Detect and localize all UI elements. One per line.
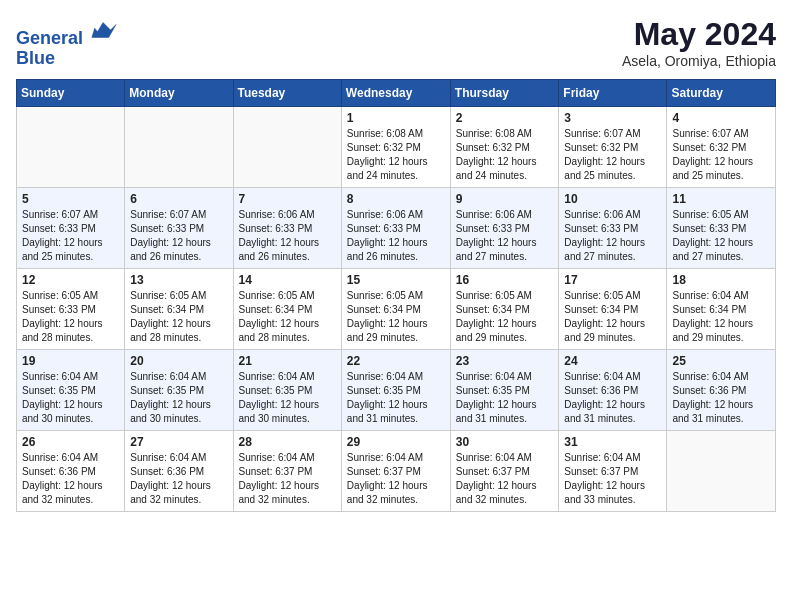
calendar-cell: 30Sunrise: 6:04 AM Sunset: 6:37 PM Dayli… <box>450 431 559 512</box>
day-number: 4 <box>672 111 770 125</box>
day-number: 31 <box>564 435 661 449</box>
calendar-cell: 21Sunrise: 6:04 AM Sunset: 6:35 PM Dayli… <box>233 350 341 431</box>
weekday-header-thursday: Thursday <box>450 80 559 107</box>
calendar-cell: 14Sunrise: 6:05 AM Sunset: 6:34 PM Dayli… <box>233 269 341 350</box>
weekday-header-friday: Friday <box>559 80 667 107</box>
day-info: Sunrise: 6:08 AM Sunset: 6:32 PM Dayligh… <box>456 127 554 183</box>
logo-general: General <box>16 28 83 48</box>
calendar-cell: 3Sunrise: 6:07 AM Sunset: 6:32 PM Daylig… <box>559 107 667 188</box>
calendar-cell: 18Sunrise: 6:04 AM Sunset: 6:34 PM Dayli… <box>667 269 776 350</box>
calendar-cell: 15Sunrise: 6:05 AM Sunset: 6:34 PM Dayli… <box>341 269 450 350</box>
calendar-cell: 25Sunrise: 6:04 AM Sunset: 6:36 PM Dayli… <box>667 350 776 431</box>
day-number: 14 <box>239 273 336 287</box>
calendar-cell <box>233 107 341 188</box>
calendar-cell: 29Sunrise: 6:04 AM Sunset: 6:37 PM Dayli… <box>341 431 450 512</box>
day-number: 23 <box>456 354 554 368</box>
calendar-table: SundayMondayTuesdayWednesdayThursdayFrid… <box>16 79 776 512</box>
calendar-cell: 13Sunrise: 6:05 AM Sunset: 6:34 PM Dayli… <box>125 269 233 350</box>
weekday-header-wednesday: Wednesday <box>341 80 450 107</box>
day-number: 11 <box>672 192 770 206</box>
svg-marker-0 <box>92 23 116 38</box>
day-info: Sunrise: 6:05 AM Sunset: 6:33 PM Dayligh… <box>672 208 770 264</box>
calendar-cell: 2Sunrise: 6:08 AM Sunset: 6:32 PM Daylig… <box>450 107 559 188</box>
day-number: 13 <box>130 273 227 287</box>
calendar-cell: 24Sunrise: 6:04 AM Sunset: 6:36 PM Dayli… <box>559 350 667 431</box>
calendar-cell: 4Sunrise: 6:07 AM Sunset: 6:32 PM Daylig… <box>667 107 776 188</box>
calendar-week-row: 5Sunrise: 6:07 AM Sunset: 6:33 PM Daylig… <box>17 188 776 269</box>
day-info: Sunrise: 6:04 AM Sunset: 6:37 PM Dayligh… <box>347 451 445 507</box>
day-info: Sunrise: 6:04 AM Sunset: 6:37 PM Dayligh… <box>239 451 336 507</box>
day-number: 21 <box>239 354 336 368</box>
day-number: 27 <box>130 435 227 449</box>
calendar-cell: 27Sunrise: 6:04 AM Sunset: 6:36 PM Dayli… <box>125 431 233 512</box>
day-number: 30 <box>456 435 554 449</box>
day-info: Sunrise: 6:04 AM Sunset: 6:36 PM Dayligh… <box>564 370 661 426</box>
day-info: Sunrise: 6:07 AM Sunset: 6:32 PM Dayligh… <box>672 127 770 183</box>
calendar-cell: 31Sunrise: 6:04 AM Sunset: 6:37 PM Dayli… <box>559 431 667 512</box>
location: Asela, Oromiya, Ethiopia <box>622 53 776 69</box>
day-info: Sunrise: 6:07 AM Sunset: 6:32 PM Dayligh… <box>564 127 661 183</box>
day-number: 25 <box>672 354 770 368</box>
day-info: Sunrise: 6:07 AM Sunset: 6:33 PM Dayligh… <box>22 208 119 264</box>
day-number: 24 <box>564 354 661 368</box>
calendar-cell: 8Sunrise: 6:06 AM Sunset: 6:33 PM Daylig… <box>341 188 450 269</box>
day-number: 29 <box>347 435 445 449</box>
calendar-cell <box>17 107 125 188</box>
calendar-week-row: 26Sunrise: 6:04 AM Sunset: 6:36 PM Dayli… <box>17 431 776 512</box>
day-number: 15 <box>347 273 445 287</box>
day-number: 3 <box>564 111 661 125</box>
calendar-week-row: 1Sunrise: 6:08 AM Sunset: 6:32 PM Daylig… <box>17 107 776 188</box>
calendar-cell: 12Sunrise: 6:05 AM Sunset: 6:33 PM Dayli… <box>17 269 125 350</box>
day-info: Sunrise: 6:04 AM Sunset: 6:36 PM Dayligh… <box>130 451 227 507</box>
day-number: 8 <box>347 192 445 206</box>
calendar-cell: 19Sunrise: 6:04 AM Sunset: 6:35 PM Dayli… <box>17 350 125 431</box>
day-info: Sunrise: 6:04 AM Sunset: 6:35 PM Dayligh… <box>239 370 336 426</box>
weekday-header-row: SundayMondayTuesdayWednesdayThursdayFrid… <box>17 80 776 107</box>
day-number: 16 <box>456 273 554 287</box>
day-info: Sunrise: 6:05 AM Sunset: 6:34 PM Dayligh… <box>130 289 227 345</box>
day-number: 10 <box>564 192 661 206</box>
calendar-cell: 10Sunrise: 6:06 AM Sunset: 6:33 PM Dayli… <box>559 188 667 269</box>
day-info: Sunrise: 6:04 AM Sunset: 6:34 PM Dayligh… <box>672 289 770 345</box>
day-number: 17 <box>564 273 661 287</box>
calendar-cell: 20Sunrise: 6:04 AM Sunset: 6:35 PM Dayli… <box>125 350 233 431</box>
day-info: Sunrise: 6:04 AM Sunset: 6:35 PM Dayligh… <box>347 370 445 426</box>
day-number: 2 <box>456 111 554 125</box>
day-info: Sunrise: 6:06 AM Sunset: 6:33 PM Dayligh… <box>456 208 554 264</box>
calendar-cell: 23Sunrise: 6:04 AM Sunset: 6:35 PM Dayli… <box>450 350 559 431</box>
calendar-cell: 28Sunrise: 6:04 AM Sunset: 6:37 PM Dayli… <box>233 431 341 512</box>
calendar-cell <box>667 431 776 512</box>
title-section: May 2024 Asela, Oromiya, Ethiopia <box>622 16 776 69</box>
month-title: May 2024 <box>622 16 776 53</box>
day-number: 5 <box>22 192 119 206</box>
day-number: 12 <box>22 273 119 287</box>
page-header: General Blue May 2024 Asela, Oromiya, Et… <box>16 16 776 69</box>
calendar-cell: 1Sunrise: 6:08 AM Sunset: 6:32 PM Daylig… <box>341 107 450 188</box>
day-info: Sunrise: 6:05 AM Sunset: 6:34 PM Dayligh… <box>347 289 445 345</box>
day-number: 6 <box>130 192 227 206</box>
weekday-header-saturday: Saturday <box>667 80 776 107</box>
day-info: Sunrise: 6:05 AM Sunset: 6:33 PM Dayligh… <box>22 289 119 345</box>
day-number: 9 <box>456 192 554 206</box>
calendar-cell: 17Sunrise: 6:05 AM Sunset: 6:34 PM Dayli… <box>559 269 667 350</box>
weekday-header-monday: Monday <box>125 80 233 107</box>
day-info: Sunrise: 6:04 AM Sunset: 6:35 PM Dayligh… <box>456 370 554 426</box>
day-number: 26 <box>22 435 119 449</box>
day-info: Sunrise: 6:05 AM Sunset: 6:34 PM Dayligh… <box>564 289 661 345</box>
day-info: Sunrise: 6:04 AM Sunset: 6:35 PM Dayligh… <box>22 370 119 426</box>
day-info: Sunrise: 6:07 AM Sunset: 6:33 PM Dayligh… <box>130 208 227 264</box>
day-number: 7 <box>239 192 336 206</box>
day-info: Sunrise: 6:04 AM Sunset: 6:35 PM Dayligh… <box>130 370 227 426</box>
day-info: Sunrise: 6:04 AM Sunset: 6:37 PM Dayligh… <box>456 451 554 507</box>
calendar-cell: 7Sunrise: 6:06 AM Sunset: 6:33 PM Daylig… <box>233 188 341 269</box>
calendar-cell: 22Sunrise: 6:04 AM Sunset: 6:35 PM Dayli… <box>341 350 450 431</box>
day-info: Sunrise: 6:04 AM Sunset: 6:36 PM Dayligh… <box>672 370 770 426</box>
calendar-cell <box>125 107 233 188</box>
day-number: 22 <box>347 354 445 368</box>
day-info: Sunrise: 6:04 AM Sunset: 6:36 PM Dayligh… <box>22 451 119 507</box>
day-info: Sunrise: 6:06 AM Sunset: 6:33 PM Dayligh… <box>347 208 445 264</box>
calendar-cell: 5Sunrise: 6:07 AM Sunset: 6:33 PM Daylig… <box>17 188 125 269</box>
logo-blue: Blue <box>16 48 55 68</box>
day-info: Sunrise: 6:08 AM Sunset: 6:32 PM Dayligh… <box>347 127 445 183</box>
day-info: Sunrise: 6:05 AM Sunset: 6:34 PM Dayligh… <box>239 289 336 345</box>
